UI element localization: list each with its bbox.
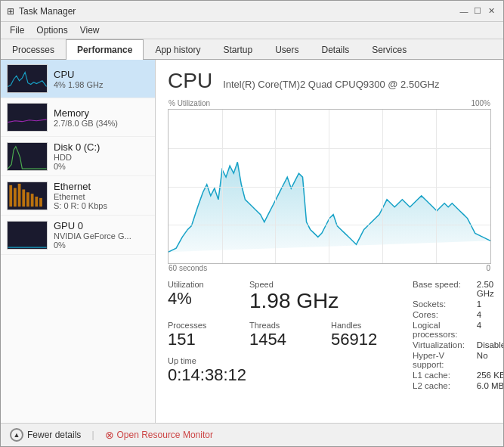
mem-thumb-chart xyxy=(8,104,47,131)
threads-label: Threads xyxy=(249,321,317,330)
sidebar-item-disk[interactable]: Disk 0 (C:) HDD 0% xyxy=(1,137,155,176)
l2-label: L2 cache: xyxy=(413,381,465,390)
monitor-icon: ⊗ xyxy=(105,429,114,441)
svg-rect-4 xyxy=(26,192,29,206)
cpu-thumbnail xyxy=(7,64,48,93)
speed-label: Speed xyxy=(249,280,339,289)
disk-sidebar-text: Disk 0 (C:) HDD 0% xyxy=(54,141,149,171)
grid-v5 xyxy=(436,110,437,263)
memory-thumbnail xyxy=(7,103,48,132)
left-stats: Utilization 4% Speed 1.98 GHz Processes … xyxy=(168,280,413,390)
ethernet-label: Ethernet xyxy=(54,181,149,192)
grid-v3 xyxy=(329,110,329,263)
chart-labels-top: % Utilization 100% xyxy=(168,99,491,107)
eth-thumb-chart xyxy=(8,182,47,210)
task-manager-window: ⊞ Task Manager — ☐ ✕ File Options View P… xyxy=(0,0,504,447)
sidebar-item-cpu[interactable]: CPU 4% 1.98 GHz xyxy=(1,60,155,98)
gpu-sub2: 0% xyxy=(54,241,149,250)
menu-view[interactable]: View xyxy=(74,23,106,37)
menu-bar: File Options View xyxy=(1,22,503,39)
disk-label: Disk 0 (C:) xyxy=(54,141,149,153)
l1-label: L1 cache: xyxy=(413,371,465,380)
memory-sub: 2.7/8.0 GB (34%) xyxy=(54,119,149,128)
cpu-chart xyxy=(168,109,491,264)
stats-section: Utilization 4% Speed 1.98 GHz Processes … xyxy=(168,280,491,390)
tab-bar: Processes Performance App history Startu… xyxy=(1,39,503,60)
open-resource-monitor-button[interactable]: ⊗ Open Resource Monitor xyxy=(105,429,213,441)
svg-rect-7 xyxy=(39,197,42,206)
ethernet-thumbnail xyxy=(7,182,48,210)
processes-label: Processes xyxy=(168,321,236,330)
menu-options[interactable]: Options xyxy=(30,23,73,37)
close-button[interactable]: ✕ xyxy=(485,5,497,17)
disk-thumb-chart xyxy=(8,143,47,170)
cpu-model: Intel(R) Core(TM)2 Quad CPUQ9300 @ 2.50G… xyxy=(223,79,439,90)
ethernet-sub1: Ethernet xyxy=(54,192,149,201)
cpu-label: CPU xyxy=(54,69,149,80)
stat-processes: Processes 151 xyxy=(168,321,236,349)
virt-label: Virtualization: xyxy=(413,340,465,349)
stats-row-3: Up time 0:14:38:12 xyxy=(168,356,413,384)
window-title: Task Manager xyxy=(19,6,76,17)
hyperv-label: Hyper-V support: xyxy=(413,351,465,369)
cpu-sidebar-text: CPU 4% 1.98 GHz xyxy=(54,69,149,89)
fewer-details-button[interactable]: ▲ Fewer details xyxy=(10,428,81,442)
cpu-panel-header: CPU Intel(R) Core(TM)2 Quad CPUQ9300 @ 2… xyxy=(168,69,491,93)
gpu-sidebar-text: GPU 0 NVIDIA GeForce G... 0% xyxy=(54,220,149,250)
ethernet-sidebar-text: Ethernet Ethernet S: 0 R: 0 Kbps xyxy=(54,181,149,210)
chart-y-max: 100% xyxy=(471,99,490,107)
chart-labels-bottom: 60 seconds 0 xyxy=(168,264,491,272)
tab-details[interactable]: Details xyxy=(310,39,360,60)
cpu-panel-title: CPU xyxy=(168,69,212,93)
tab-services[interactable]: Services xyxy=(360,39,418,60)
stats-row-2: Processes 151 Threads 1454 Handles 56912 xyxy=(168,321,413,349)
grid-v2 xyxy=(275,110,276,263)
minimize-button[interactable]: — xyxy=(458,5,470,17)
open-resource-monitor-label: Open Resource Monitor xyxy=(117,430,213,440)
utilization-label: Utilization xyxy=(168,280,236,289)
cores-label: Cores: xyxy=(413,310,465,319)
tab-users[interactable]: Users xyxy=(264,39,310,60)
base-speed-label: Base speed: xyxy=(413,280,465,298)
disk-sub1: HDD xyxy=(54,153,149,162)
maximize-button[interactable]: ☐ xyxy=(472,5,484,17)
l2-value: 6.0 MB xyxy=(477,381,503,390)
cores-value: 4 xyxy=(477,310,503,319)
svg-rect-5 xyxy=(31,194,34,206)
gpu-label: GPU 0 xyxy=(54,220,149,231)
app-icon: ⊞ xyxy=(7,6,14,17)
tab-startup[interactable]: Startup xyxy=(212,39,264,60)
sidebar-item-gpu[interactable]: GPU 0 NVIDIA GeForce G... 0% xyxy=(1,216,155,255)
stat-utilization: Utilization 4% xyxy=(168,280,236,313)
logical-label: Logical processors: xyxy=(413,321,465,339)
svg-rect-0 xyxy=(9,185,12,206)
sidebar-item-memory[interactable]: Memory 2.7/8.0 GB (34%) xyxy=(1,98,155,137)
tab-performance[interactable]: Performance xyxy=(66,39,144,60)
svg-rect-2 xyxy=(18,183,21,206)
gpu-thumbnail xyxy=(7,221,48,250)
stat-threads: Threads 1454 xyxy=(249,321,317,349)
title-bar-controls: — ☐ ✕ xyxy=(458,5,497,17)
uptime-value: 0:14:38:12 xyxy=(168,366,246,384)
sockets-label: Sockets: xyxy=(413,300,465,309)
stat-speed: Speed 1.98 GHz xyxy=(249,280,339,313)
menu-file[interactable]: File xyxy=(4,23,30,37)
hyperv-value: No xyxy=(477,351,503,369)
fewer-details-label: Fewer details xyxy=(27,430,81,440)
title-bar: ⊞ Task Manager — ☐ ✕ xyxy=(1,1,503,22)
tab-processes[interactable]: Processes xyxy=(1,39,66,60)
threads-value: 1454 xyxy=(249,331,317,349)
svg-rect-1 xyxy=(14,188,17,206)
separator: | xyxy=(91,430,94,440)
stats-row-1: Utilization 4% Speed 1.98 GHz xyxy=(168,280,413,313)
tab-app-history[interactable]: App history xyxy=(144,39,212,60)
sidebar-item-ethernet[interactable]: Ethernet Ethernet S: 0 R: 0 Kbps xyxy=(1,176,155,216)
gpu-sub1: NVIDIA GeForce G... xyxy=(54,231,149,241)
base-speed-value: 2.50 GHz xyxy=(477,280,503,298)
processes-value: 151 xyxy=(168,331,236,349)
sockets-value: 1 xyxy=(477,300,503,309)
gpu-thumb-chart xyxy=(8,222,47,249)
handles-value: 56912 xyxy=(331,331,399,349)
grid-v4 xyxy=(382,110,383,263)
uptime-label: Up time xyxy=(168,356,246,365)
